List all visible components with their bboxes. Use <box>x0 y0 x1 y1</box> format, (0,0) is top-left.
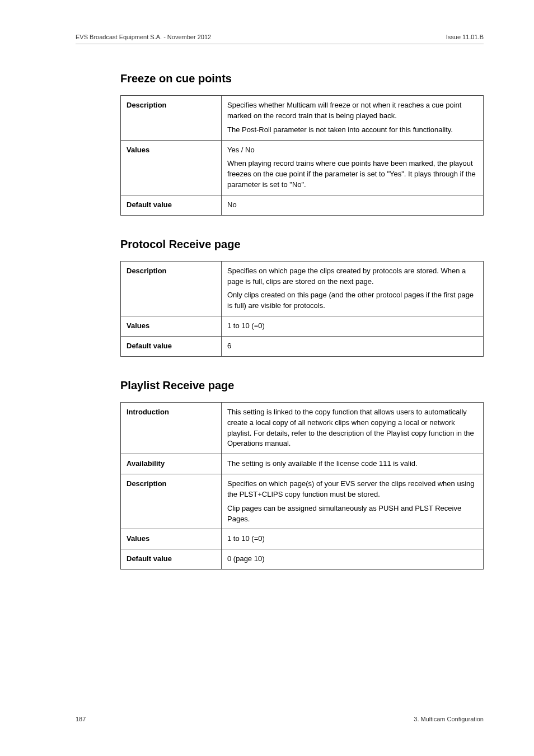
page-header: EVS Broadcast Equipment S.A. - November … <box>76 34 484 44</box>
table-row: Description Specifies on which page(s) o… <box>121 474 484 529</box>
cell-para: This setting is linked to the copy funct… <box>227 407 477 449</box>
param-table-protocol: Description Specifies on which page the … <box>120 261 484 357</box>
cell-para: The setting is only available if the lic… <box>227 459 477 469</box>
cell-para: The Post-Roll parameter is not taken int… <box>227 125 477 136</box>
table-row: Values Yes / No When playing record trai… <box>121 140 484 195</box>
cell-para: Yes / No <box>227 145 477 156</box>
header-right: Issue 11.01.B <box>446 34 484 40</box>
table-row: Introduction This setting is linked to t… <box>121 402 484 454</box>
cell-key: Description <box>121 474 222 529</box>
cell-key: Values <box>121 140 222 195</box>
table-row: Default value 6 <box>121 336 484 356</box>
cell-value: Specifies on which page the clips create… <box>222 261 484 316</box>
header-left: EVS Broadcast Equipment S.A. - November … <box>76 34 211 40</box>
cell-para: 0 (page 10) <box>227 554 477 564</box>
cell-value: This setting is linked to the copy funct… <box>222 402 484 454</box>
table-row: Values 1 to 10 (=0) <box>121 316 484 337</box>
cell-value: 0 (page 10) <box>222 549 484 570</box>
cell-para: Only clips created on this page (and the… <box>227 290 477 311</box>
cell-para: 1 to 10 (=0) <box>227 321 477 332</box>
cell-value: 6 <box>222 336 484 356</box>
cell-value: Specifies on which page(s) of your EVS s… <box>222 474 484 529</box>
param-table-playlist: Introduction This setting is linked to t… <box>120 402 484 570</box>
param-table-freeze: Description Specifies whether Multicam w… <box>120 95 484 216</box>
cell-para: When playing record trains where cue poi… <box>227 158 477 190</box>
cell-key: Description <box>121 96 222 141</box>
cell-para: Clip pages can be assigned simultaneousl… <box>227 503 477 525</box>
page-footer: 187 3. Multicam Configuration <box>76 716 484 722</box>
cell-key: Default value <box>121 336 222 356</box>
section-heading-freeze: Freeze on cue points <box>120 72 484 85</box>
cell-value: Specifies whether Multicam will freeze o… <box>222 96 484 141</box>
cell-para: Specifies on which page the clips create… <box>227 266 477 287</box>
cell-key: Default value <box>121 195 222 215</box>
cell-para: Specifies on which page(s) of your EVS s… <box>227 479 477 500</box>
table-row: Default value 0 (page 10) <box>121 549 484 570</box>
cell-para: 1 to 10 (=0) <box>227 534 477 544</box>
cell-para: Specifies whether Multicam will freeze o… <box>227 100 477 122</box>
cell-para: 6 <box>227 341 477 352</box>
cell-value: 1 to 10 (=0) <box>222 529 484 549</box>
table-row: Description Specifies whether Multicam w… <box>121 96 484 141</box>
table-row: Values 1 to 10 (=0) <box>121 529 484 549</box>
cell-key: Introduction <box>121 402 222 454</box>
cell-value: No <box>222 195 484 215</box>
cell-value: 1 to 10 (=0) <box>222 316 484 337</box>
table-row: Availability The setting is only availab… <box>121 454 484 474</box>
table-row: Default value No <box>121 195 484 215</box>
footer-left-page-number: 187 <box>76 716 86 722</box>
cell-value: The setting is only available if the lic… <box>222 454 484 474</box>
section-heading-playlist: Playlist Receive page <box>120 379 484 392</box>
footer-right-section: 3. Multicam Configuration <box>414 716 484 722</box>
cell-value: Yes / No When playing record trains wher… <box>222 140 484 195</box>
cell-key: Values <box>121 529 222 549</box>
cell-key: Values <box>121 316 222 337</box>
table-row: Description Specifies on which page the … <box>121 261 484 316</box>
cell-key: Availability <box>121 454 222 474</box>
cell-para: No <box>227 200 477 211</box>
page-content: Freeze on cue points Description Specifi… <box>120 72 484 570</box>
section-heading-protocol: Protocol Receive page <box>120 238 484 251</box>
cell-key: Default value <box>121 549 222 570</box>
cell-key: Description <box>121 261 222 316</box>
